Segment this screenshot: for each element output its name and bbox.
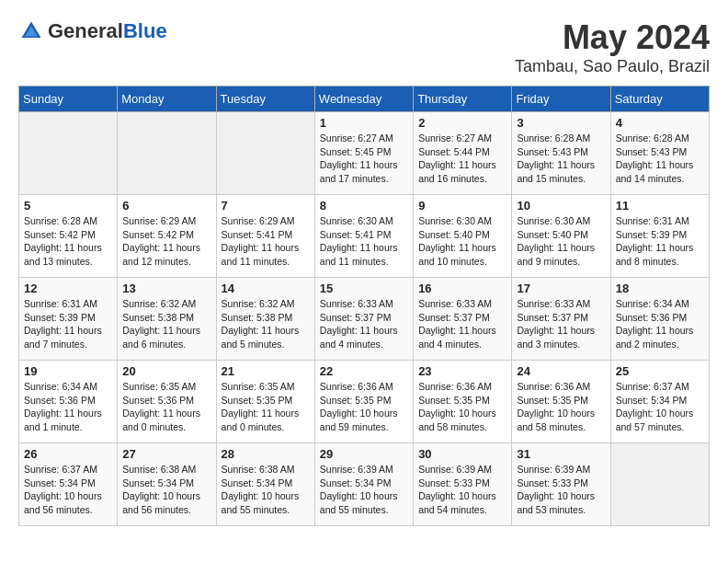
logo-text: GeneralBlue — [48, 19, 167, 43]
day-number: 27 — [122, 447, 210, 461]
day-info: Sunrise: 6:32 AM Sunset: 5:38 PM Dayligh… — [222, 297, 310, 351]
calendar-week-row: 26Sunrise: 6:37 AM Sunset: 5:34 PM Dayli… — [19, 443, 710, 526]
calendar-cell: 28Sunrise: 6:38 AM Sunset: 5:34 PM Dayli… — [216, 443, 314, 526]
day-info: Sunrise: 6:34 AM Sunset: 5:36 PM Dayligh… — [24, 380, 112, 434]
calendar-cell: 23Sunrise: 6:36 AM Sunset: 5:35 PM Dayli… — [414, 361, 512, 443]
day-info: Sunrise: 6:28 AM Sunset: 5:43 PM Dayligh… — [616, 132, 704, 186]
calendar-cell: 3Sunrise: 6:28 AM Sunset: 5:43 PM Daylig… — [512, 112, 610, 195]
calendar-cell: 30Sunrise: 6:39 AM Sunset: 5:33 PM Dayli… — [414, 443, 512, 526]
calendar-cell: 19Sunrise: 6:34 AM Sunset: 5:36 PM Dayli… — [19, 361, 118, 443]
day-number: 12 — [24, 282, 112, 295]
day-info: Sunrise: 6:29 AM Sunset: 5:42 PM Dayligh… — [122, 214, 210, 269]
calendar-cell: 1Sunrise: 6:27 AM Sunset: 5:45 PM Daylig… — [314, 112, 413, 195]
calendar-cell: 4Sunrise: 6:28 AM Sunset: 5:43 PM Daylig… — [610, 112, 709, 195]
day-info: Sunrise: 6:35 AM Sunset: 5:35 PM Dayligh… — [222, 380, 310, 434]
day-number: 5 — [24, 199, 112, 213]
day-number: 14 — [222, 282, 310, 295]
day-info: Sunrise: 6:38 AM Sunset: 5:34 PM Dayligh… — [122, 463, 210, 517]
title-section: May 2024 Tambau, Sao Paulo, Brazil — [515, 18, 710, 76]
day-number: 11 — [616, 199, 704, 213]
day-header-sunday: Sunday — [19, 86, 118, 112]
calendar-cell: 18Sunrise: 6:34 AM Sunset: 5:36 PM Dayli… — [610, 278, 709, 361]
day-info: Sunrise: 6:36 AM Sunset: 5:35 PM Dayligh… — [320, 380, 408, 434]
calendar-cell: 14Sunrise: 6:32 AM Sunset: 5:38 PM Dayli… — [216, 278, 314, 361]
calendar-cell: 31Sunrise: 6:39 AM Sunset: 5:33 PM Dayli… — [512, 443, 610, 526]
calendar-cell: 6Sunrise: 6:29 AM Sunset: 5:42 PM Daylig… — [118, 195, 216, 278]
day-number: 29 — [320, 447, 408, 461]
day-info: Sunrise: 6:31 AM Sunset: 5:39 PM Dayligh… — [616, 214, 704, 269]
calendar-cell: 20Sunrise: 6:35 AM Sunset: 5:36 PM Dayli… — [118, 361, 216, 443]
calendar-cell: 15Sunrise: 6:33 AM Sunset: 5:37 PM Dayli… — [314, 278, 413, 361]
day-info: Sunrise: 6:33 AM Sunset: 5:37 PM Dayligh… — [517, 297, 605, 351]
day-info: Sunrise: 6:39 AM Sunset: 5:34 PM Dayligh… — [320, 463, 408, 517]
calendar-cell: 26Sunrise: 6:37 AM Sunset: 5:34 PM Dayli… — [19, 443, 118, 526]
calendar-cell — [610, 443, 709, 526]
day-info: Sunrise: 6:37 AM Sunset: 5:34 PM Dayligh… — [24, 463, 112, 517]
calendar-cell: 12Sunrise: 6:31 AM Sunset: 5:39 PM Dayli… — [19, 278, 118, 361]
day-header-tuesday: Tuesday — [216, 86, 314, 112]
day-info: Sunrise: 6:27 AM Sunset: 5:45 PM Dayligh… — [320, 132, 408, 186]
day-info: Sunrise: 6:39 AM Sunset: 5:33 PM Dayligh… — [517, 463, 605, 517]
calendar-cell — [19, 112, 118, 195]
location-title: Tambau, Sao Paulo, Brazil — [515, 57, 710, 76]
day-info: Sunrise: 6:36 AM Sunset: 5:35 PM Dayligh… — [517, 380, 605, 434]
day-info: Sunrise: 6:30 AM Sunset: 5:40 PM Dayligh… — [418, 214, 506, 269]
calendar-cell: 5Sunrise: 6:28 AM Sunset: 5:42 PM Daylig… — [19, 195, 118, 278]
logo-blue: Blue — [123, 19, 167, 42]
day-number: 21 — [222, 364, 310, 378]
calendar-cell — [216, 112, 314, 195]
day-info: Sunrise: 6:30 AM Sunset: 5:41 PM Dayligh… — [320, 214, 408, 269]
day-number: 13 — [122, 282, 210, 295]
calendar-cell: 7Sunrise: 6:29 AM Sunset: 5:41 PM Daylig… — [216, 195, 314, 278]
day-header-saturday: Saturday — [610, 86, 709, 112]
day-info: Sunrise: 6:37 AM Sunset: 5:34 PM Dayligh… — [616, 380, 704, 434]
logo-general: General — [48, 19, 123, 42]
calendar-cell: 8Sunrise: 6:30 AM Sunset: 5:41 PM Daylig… — [314, 195, 413, 278]
day-number: 7 — [222, 199, 310, 213]
day-header-thursday: Thursday — [414, 86, 512, 112]
day-number: 15 — [320, 282, 408, 295]
day-number: 17 — [517, 282, 605, 295]
calendar-header-row: SundayMondayTuesdayWednesdayThursdayFrid… — [19, 86, 710, 112]
month-title: May 2024 — [515, 18, 710, 57]
calendar-cell: 2Sunrise: 6:27 AM Sunset: 5:44 PM Daylig… — [414, 112, 512, 195]
day-info: Sunrise: 6:28 AM Sunset: 5:43 PM Dayligh… — [517, 132, 605, 186]
day-info: Sunrise: 6:33 AM Sunset: 5:37 PM Dayligh… — [320, 297, 408, 351]
day-info: Sunrise: 6:34 AM Sunset: 5:36 PM Dayligh… — [616, 297, 704, 351]
day-number: 25 — [616, 364, 704, 378]
day-number: 8 — [320, 199, 408, 213]
calendar-cell: 25Sunrise: 6:37 AM Sunset: 5:34 PM Dayli… — [610, 361, 709, 443]
calendar-cell: 10Sunrise: 6:30 AM Sunset: 5:40 PM Dayli… — [512, 195, 610, 278]
calendar-cell: 11Sunrise: 6:31 AM Sunset: 5:39 PM Dayli… — [610, 195, 709, 278]
logo: GeneralBlue — [18, 18, 167, 44]
day-header-friday: Friday — [512, 86, 610, 112]
day-number: 6 — [122, 199, 210, 213]
day-number: 23 — [418, 364, 506, 378]
calendar-cell: 24Sunrise: 6:36 AM Sunset: 5:35 PM Dayli… — [512, 361, 610, 443]
day-header-wednesday: Wednesday — [314, 86, 413, 112]
day-info: Sunrise: 6:39 AM Sunset: 5:33 PM Dayligh… — [418, 463, 506, 517]
calendar-cell: 16Sunrise: 6:33 AM Sunset: 5:37 PM Dayli… — [414, 278, 512, 361]
day-info: Sunrise: 6:30 AM Sunset: 5:40 PM Dayligh… — [517, 214, 605, 269]
day-number: 4 — [616, 116, 704, 130]
day-info: Sunrise: 6:36 AM Sunset: 5:35 PM Dayligh… — [418, 380, 506, 434]
day-number: 1 — [320, 116, 408, 130]
day-number: 18 — [616, 282, 704, 295]
day-info: Sunrise: 6:27 AM Sunset: 5:44 PM Dayligh… — [418, 132, 506, 186]
day-info: Sunrise: 6:33 AM Sunset: 5:37 PM Dayligh… — [418, 297, 506, 351]
calendar-week-row: 5Sunrise: 6:28 AM Sunset: 5:42 PM Daylig… — [19, 195, 710, 278]
calendar-cell — [118, 112, 216, 195]
day-info: Sunrise: 6:35 AM Sunset: 5:36 PM Dayligh… — [122, 380, 210, 434]
logo-icon — [18, 18, 44, 44]
calendar-cell: 22Sunrise: 6:36 AM Sunset: 5:35 PM Dayli… — [314, 361, 413, 443]
day-info: Sunrise: 6:32 AM Sunset: 5:38 PM Dayligh… — [122, 297, 210, 351]
day-number: 10 — [517, 199, 605, 213]
calendar-table: SundayMondayTuesdayWednesdayThursdayFrid… — [18, 86, 710, 526]
day-info: Sunrise: 6:29 AM Sunset: 5:41 PM Dayligh… — [222, 214, 310, 269]
day-number: 20 — [122, 364, 210, 378]
day-number: 3 — [517, 116, 605, 130]
day-number: 30 — [418, 447, 506, 461]
day-number: 2 — [418, 116, 506, 130]
day-info: Sunrise: 6:31 AM Sunset: 5:39 PM Dayligh… — [24, 297, 112, 351]
day-number: 28 — [222, 447, 310, 461]
